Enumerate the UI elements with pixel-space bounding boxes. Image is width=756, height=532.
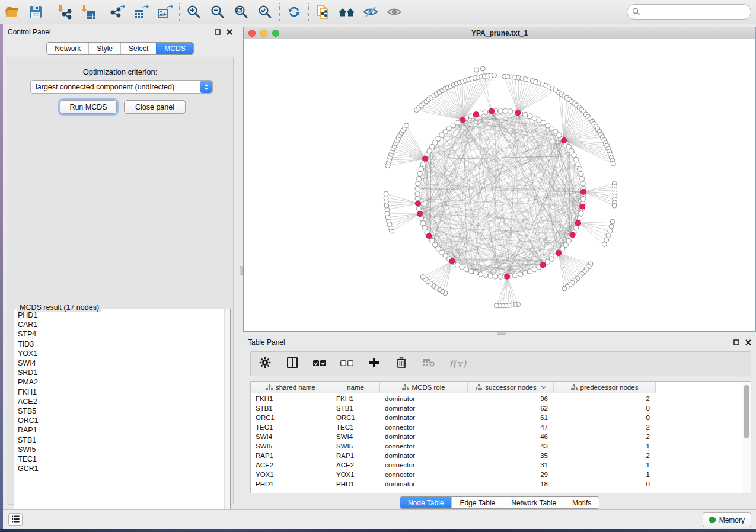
mcds-result-item[interactable]: TEC1 xyxy=(18,454,224,464)
delete-column-button[interactable] xyxy=(394,357,409,371)
search-input[interactable] xyxy=(643,6,751,18)
table-row[interactable]: FKH1FKH1dominator962 xyxy=(251,394,742,403)
show-all-button[interactable] xyxy=(382,2,406,22)
select-all-button[interactable] xyxy=(312,357,327,371)
column-header-shared-name[interactable]: shared name xyxy=(251,382,331,393)
tab-mcds[interactable]: MCDS xyxy=(156,43,193,54)
shared-attribute-icon xyxy=(476,384,482,390)
table-cell: 1 xyxy=(554,462,656,469)
table-row[interactable]: YOX1YOX1connector291 xyxy=(251,470,742,479)
hide-selected-button[interactable] xyxy=(359,2,382,22)
table-header-row: shared namenameMCDS rolesuccessor nodesp… xyxy=(251,382,656,393)
table-row[interactable]: RAP1RAP1dominator352 xyxy=(251,451,742,460)
mcds-result-item[interactable]: STB1 xyxy=(18,435,224,445)
mcds-result-item[interactable]: ORC1 xyxy=(18,416,224,425)
toolbar-separator xyxy=(103,3,103,21)
mcds-result-item[interactable]: SRD1 xyxy=(18,368,224,377)
column-header-MCDS-role[interactable]: MCDS role xyxy=(380,382,468,393)
network-window-titlebar[interactable]: YPA_prune.txt_1 xyxy=(244,27,755,39)
table-scrollbar[interactable] xyxy=(742,382,751,493)
zoom-in-button[interactable] xyxy=(182,2,206,22)
show-columns-button[interactable] xyxy=(285,357,299,371)
add-column-button[interactable] xyxy=(367,357,381,371)
tab-node-table[interactable]: Node Table xyxy=(400,497,452,508)
scrollbar-thumb[interactable] xyxy=(744,385,749,438)
import-network-icon xyxy=(57,4,72,20)
mcds-result-item[interactable]: CAR1 xyxy=(18,320,224,329)
table-row[interactable]: PHD1PHD1dominator180 xyxy=(251,479,742,489)
tab-motifs[interactable]: Motifs xyxy=(564,497,599,508)
import-table-button[interactable] xyxy=(76,2,100,22)
first-neighbors-button[interactable] xyxy=(335,2,359,22)
table-cell: RAP1 xyxy=(331,452,380,459)
eye-icon xyxy=(386,4,403,20)
table-row[interactable]: SWI5SWI5connector431 xyxy=(251,441,742,451)
table-options-button[interactable] xyxy=(258,357,272,371)
mcds-result-item[interactable]: GCR1 xyxy=(18,464,224,473)
zoom-selected-button[interactable] xyxy=(253,2,277,22)
vertical-splitter[interactable] xyxy=(239,24,243,509)
network-graph-canvas[interactable] xyxy=(244,40,755,331)
table-row[interactable]: ORC1ORC1dominator610 xyxy=(251,413,742,422)
close-icon[interactable] xyxy=(745,339,751,346)
mcds-result-item[interactable]: STB5 xyxy=(18,406,224,416)
apply-layout-button[interactable] xyxy=(282,2,306,22)
tab-network-table[interactable]: Network Table xyxy=(503,497,564,508)
mcds-result-item[interactable]: TID3 xyxy=(18,339,224,349)
desktop-wallpaper-strip xyxy=(0,24,3,529)
table-row[interactable]: TEC1TEC1connector472 xyxy=(251,422,742,432)
mcds-result-item[interactable]: RAP1 xyxy=(18,425,224,435)
table-cell: 2 xyxy=(554,433,656,440)
task-history-button[interactable] xyxy=(8,513,23,526)
table-row[interactable]: SWI4SWI4dominator462 xyxy=(251,432,742,441)
zoom-out-button[interactable] xyxy=(206,2,229,22)
mcds-result-item[interactable]: SWI4 xyxy=(18,358,224,368)
optimization-criterion-select[interactable]: largest connected component (undirected) xyxy=(30,80,213,94)
table-cell: ORC1 xyxy=(331,414,380,421)
save-session-button[interactable] xyxy=(24,2,47,22)
mcds-result-item[interactable]: ACE2 xyxy=(18,397,224,406)
list-icon xyxy=(12,514,20,525)
tab-edge-table[interactable]: Edge Table xyxy=(451,497,503,508)
float-window-icon[interactable] xyxy=(214,29,221,36)
mcds-result-item[interactable]: FKH1 xyxy=(18,387,224,397)
memory-button[interactable]: Memory xyxy=(703,512,751,527)
unchecked-checkboxes-icon xyxy=(340,358,353,369)
list-scrollbar[interactable] xyxy=(224,309,230,523)
export-network-button[interactable] xyxy=(106,2,129,22)
mcds-result-item[interactable]: PHD1 xyxy=(18,310,224,320)
float-window-icon[interactable] xyxy=(733,339,739,346)
table-cell: 35 xyxy=(468,452,554,459)
zoom-fit-button[interactable] xyxy=(229,2,253,22)
close-panel-button[interactable]: Close panel xyxy=(124,100,186,114)
delete-table-button[interactable] xyxy=(422,357,436,371)
export-table-button[interactable] xyxy=(129,2,153,22)
splitter-grip[interactable] xyxy=(240,266,243,275)
mcds-result-item[interactable]: STP4 xyxy=(18,329,224,339)
open-session-button[interactable] xyxy=(0,2,24,22)
run-mcds-button[interactable]: Run MCDS xyxy=(60,100,117,114)
selected-option: largest connected component (undirected) xyxy=(31,83,200,91)
deselect-all-button[interactable] xyxy=(340,357,354,371)
column-header-name[interactable]: name xyxy=(331,382,380,393)
table-panel: Table Panel f(x) sh xyxy=(243,335,756,509)
clone-network-button[interactable] xyxy=(311,2,335,22)
tab-style[interactable]: Style xyxy=(88,43,120,54)
tab-select[interactable]: Select xyxy=(120,43,156,54)
table-row[interactable]: STB1STB1dominator620 xyxy=(251,403,742,413)
close-icon[interactable] xyxy=(226,29,232,36)
export-image-button[interactable] xyxy=(153,2,177,22)
mcds-result-item[interactable]: SWI5 xyxy=(18,445,224,454)
column-header-predecessor-nodes[interactable]: predecessor nodes xyxy=(554,382,656,393)
mcds-result-item[interactable]: PMA2 xyxy=(18,377,224,387)
table-cell: YOX1 xyxy=(251,471,331,478)
mcds-result-groupbox: MCDS result (17 nodes) PHD1CAR1STP4TID3Y… xyxy=(12,305,231,525)
function-builder-button[interactable]: f(x) xyxy=(449,358,466,370)
mcds-result-item[interactable]: YOX1 xyxy=(18,349,224,358)
import-network-button[interactable] xyxy=(53,2,76,22)
column-header-successor-nodes[interactable]: successor nodes xyxy=(468,382,554,393)
table-row[interactable]: ACE2ACE2connector311 xyxy=(251,460,742,470)
table-cell: YOX1 xyxy=(331,471,380,478)
tab-network[interactable]: Network xyxy=(47,43,88,54)
table-cell: 1 xyxy=(554,443,656,450)
